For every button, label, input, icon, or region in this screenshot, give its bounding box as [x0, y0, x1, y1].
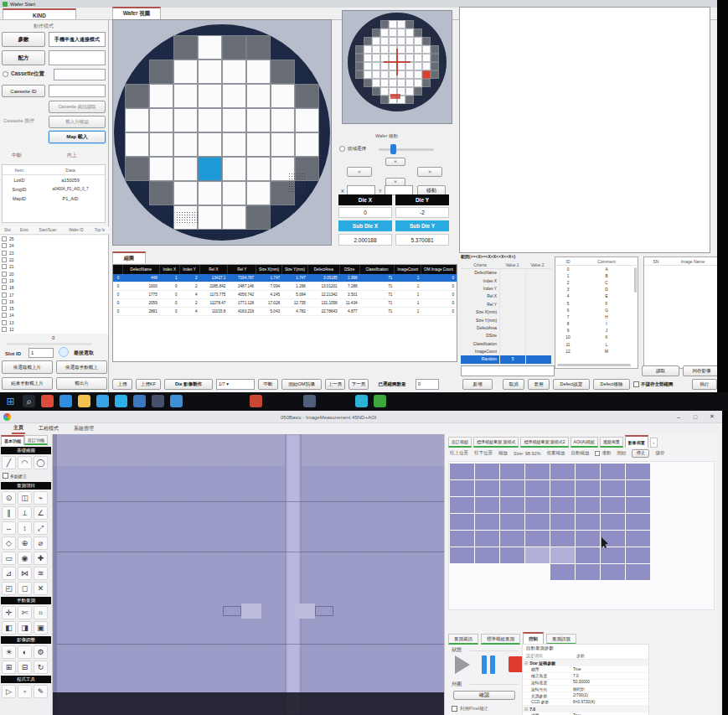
wafer-die-cell[interactable] — [149, 157, 173, 181]
preview-tile[interactable] — [601, 514, 625, 530]
slot-checkbox[interactable] — [2, 320, 7, 325]
preview-tile[interactable] — [500, 480, 524, 496]
rotate-icon[interactable]: ↻ — [34, 661, 48, 674]
wafer-die-cell[interactable] — [125, 132, 149, 157]
right-tab-週期佈置[interactable]: 週期佈置 — [600, 437, 623, 448]
shield-icon[interactable] — [303, 395, 316, 407]
wafer-die-cell[interactable] — [125, 157, 149, 181]
prop-row[interactable]: 啟用True — [523, 666, 648, 673]
link-option[interactable]: 連動 — [595, 450, 611, 456]
edit-icon[interactable]: ✎ — [34, 685, 48, 698]
preview-tile[interactable] — [525, 514, 550, 530]
prop-row[interactable]: 旋轉速度50.00000 — [523, 680, 648, 687]
zoom-out-icon[interactable]: ⊟ — [18, 661, 32, 674]
minimize-button[interactable]: – — [670, 411, 687, 422]
slot-checkbox[interactable] — [2, 257, 7, 262]
read-button[interactable]: 讀取 — [642, 365, 679, 376]
preview-tile[interactable] — [550, 547, 575, 563]
stop-view-button[interactable]: 停止 — [632, 449, 649, 458]
wafer-die-cell[interactable] — [173, 132, 198, 157]
h-scrollbar[interactable] — [557, 364, 631, 366]
preview-tile[interactable] — [576, 480, 600, 496]
preview-tile[interactable] — [475, 547, 499, 563]
selected-thumb-count-field[interactable]: 0 — [416, 379, 439, 390]
slot-id-field[interactable]: 1 — [28, 348, 54, 358]
wafer-die-cell[interactable] — [149, 132, 173, 157]
start-icon[interactable]: ⊞ — [4, 395, 17, 407]
point-icon[interactable]: ⊙ — [2, 491, 16, 505]
bottom-tab-標準模組量測[interactable]: 標準模組量測 — [481, 634, 520, 645]
preview-tile[interactable] — [626, 564, 650, 580]
pixel-correction-checkbox[interactable] — [452, 706, 457, 712]
wafer-die-cell[interactable] — [246, 108, 271, 132]
slot-row[interactable]: 12 — [0, 326, 108, 333]
preview-tile[interactable] — [601, 497, 625, 513]
criteria-row[interactable]: DSize — [461, 332, 551, 339]
preview-tile[interactable] — [475, 480, 499, 496]
toolbar-item-Size: 98.92%[interactable]: Size: 98.92% — [514, 451, 540, 456]
round-blue-icon[interactable] — [355, 395, 368, 407]
wave-icon[interactable]: ≋ — [34, 567, 48, 580]
toolbar-item-儲存[interactable]: 儲存 — [655, 450, 664, 456]
end-button-0[interactable]: 結束手動載上片 — [2, 377, 53, 390]
defect-table-row[interactable]: 01775041173.7754056.7424.2455.09412.2134… — [113, 291, 457, 299]
right-tab-標準模組量測 測模式2[interactable]: 標準模組量測 測模式2 — [520, 437, 568, 448]
preview-tile[interactable] — [475, 514, 499, 530]
idc-row[interactable]: 0A — [555, 266, 638, 272]
criteria-row[interactable]: Index X — [461, 277, 551, 284]
grid-icon[interactable]: ⌗ — [34, 606, 48, 619]
wafer-die-cell[interactable] — [198, 84, 222, 108]
preview-tile[interactable] — [576, 514, 600, 530]
chrome-icon[interactable] — [41, 395, 54, 407]
pause-button[interactable] — [482, 655, 495, 674]
preview-tile[interactable] — [576, 464, 600, 479]
criteria-row[interactable]: ImageCount — [461, 348, 551, 355]
wafer-die-cell[interactable] — [173, 181, 198, 205]
criteria-row[interactable]: Classification — [461, 340, 551, 348]
action-button-上傳[interactable]: 上傳 — [112, 379, 132, 390]
action-button-Die 影像製作[interactable]: Die 影像製作 — [164, 379, 213, 390]
play-button[interactable] — [455, 655, 470, 674]
half-left-icon[interactable]: ◧ — [2, 621, 16, 635]
wafer-die-cell[interactable] — [271, 132, 295, 157]
wafer-die-cell[interactable] — [271, 84, 295, 108]
wafer-die-cell[interactable] — [295, 132, 319, 157]
idc-row[interactable]: 3D — [555, 287, 638, 293]
cross-icon[interactable]: ✚ — [34, 552, 48, 565]
no-save-thumbs-checkbox[interactable] — [633, 381, 639, 387]
menu-item-工程模式[interactable]: 工程模式 — [37, 423, 60, 434]
slot-row[interactable]: 15 — [0, 305, 108, 312]
no-save-thumbs-option[interactable]: 不儲存全部縮圖 — [633, 381, 689, 387]
idc-row[interactable]: 9J — [555, 328, 638, 334]
gear-icon[interactable]: ⚙ — [34, 645, 48, 659]
right-tab-自訂模組[interactable]: 自訂模組 — [448, 437, 472, 448]
image-view[interactable] — [53, 434, 444, 715]
slot-row[interactable]: 25 — [0, 236, 108, 242]
wafer-die-cell[interactable] — [198, 35, 222, 60]
center-icon[interactable]: ⊕ — [18, 536, 32, 550]
cassette-read-button[interactable]: Cassette 資訊讀取 — [49, 101, 106, 113]
preview-tile[interactable] — [626, 464, 650, 479]
wafer-die-cell[interactable] — [198, 157, 222, 181]
slot-row[interactable]: 13 — [0, 319, 108, 326]
wafer-die-cell[interactable] — [149, 84, 173, 108]
preview-tile[interactable] — [576, 531, 600, 547]
menu-item-主頁[interactable]: 主頁 — [12, 423, 25, 434]
slot-checkbox[interactable] — [2, 278, 7, 283]
wafer-die-cell[interactable] — [222, 60, 246, 84]
preview-tile[interactable] — [550, 564, 575, 580]
action-button-下一頁[interactable]: 下一頁 — [349, 379, 369, 390]
preview-tile[interactable] — [500, 497, 524, 513]
mail-icon[interactable] — [96, 395, 109, 407]
angle-icon[interactable]: ∠ — [34, 506, 48, 520]
criteria-row[interactable]: Random5 — [461, 355, 551, 363]
wafer-die-cell[interactable] — [271, 108, 295, 132]
right-tab-影像佈置[interactable]: 影像佈置 — [625, 435, 648, 448]
wafer-die-cell[interactable] — [271, 60, 295, 84]
corner-icon[interactable]: ◰ — [2, 582, 16, 595]
cut-icon[interactable]: ✄ — [18, 606, 32, 619]
preview-tile[interactable] — [500, 547, 524, 563]
slot-checkbox[interactable] — [2, 243, 7, 248]
defect-table-row[interactable]: 04481213427.17164.7871.7471.7473.051851.… — [113, 274, 457, 282]
prop-row[interactable]: 補正角度7.0 — [523, 673, 648, 680]
